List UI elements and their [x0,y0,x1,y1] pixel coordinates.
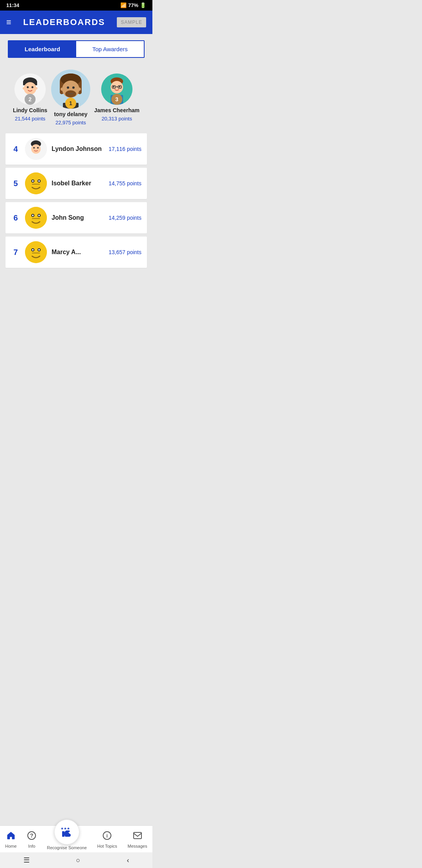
avatar-isobel [25,172,47,194]
svg-point-35 [25,172,47,194]
status-bar: 11:34 📶 77% 🔋 [0,0,152,11]
avatar-john [25,207,47,229]
avatar-wrap-2: 2 [14,74,46,105]
svg-point-51 [38,249,40,251]
status-time: 11:34 [6,2,19,8]
rank-badge-2: 2 [25,94,36,105]
battery-level: 77% [128,2,138,8]
app-header: ≡ LEADERBOARDS SAMPLE [0,11,152,34]
tabs: Leaderboard Top Awarders [8,40,145,58]
tab-top-awarders[interactable]: Top Awarders [76,41,144,57]
rank-7: 7 [11,248,20,257]
points-lyndon: 17,116 points [109,146,141,152]
svg-point-6 [23,87,25,90]
svg-point-5 [32,86,34,88]
svg-point-17 [61,88,64,91]
rank-6: 6 [11,213,20,222]
podium-name-1: tony delaney [54,111,88,117]
name-john: John Song [52,214,104,221]
svg-point-14 [67,86,69,89]
podium-first: 1 tony delaney 22,975 points [51,70,90,126]
podium-points-3: 20,313 points [102,116,132,122]
rank-badge-1: 1 [65,98,76,109]
podium-name-3: James Cheerham [94,107,139,113]
podium-points-1: 22,975 points [55,120,86,126]
svg-point-39 [38,180,40,182]
avatar-marcy [25,241,47,263]
svg-point-50 [32,249,34,251]
list-item[interactable]: 5 Isobel Barker 14,755 points [5,168,147,199]
avatar-wrap-1: 1 [51,70,90,109]
name-lyndon: Lyndon Johnson [52,145,104,152]
list-item[interactable]: 7 Marcy A... 13,657 points [5,237,147,268]
svg-point-34 [37,147,39,149]
sample-badge: SAMPLE [117,17,146,27]
points-marcy: 13,657 points [109,249,141,255]
svg-point-4 [27,86,29,88]
wifi-icon: 📶 [120,2,127,8]
main-content: Leaderboard Top Awarders [0,34,152,311]
svg-point-45 [38,215,40,216]
svg-point-22 [111,81,123,93]
svg-point-15 [72,86,75,89]
svg-point-7 [35,87,38,90]
points-isobel: 14,755 points [109,180,141,187]
name-marcy: Marcy A... [52,249,104,256]
battery-icon: 🔋 [140,2,146,8]
svg-point-26 [113,86,114,88]
svg-point-27 [119,86,120,88]
svg-point-47 [25,241,47,263]
svg-point-18 [78,88,81,91]
svg-point-41 [25,207,47,229]
menu-button[interactable]: ≡ [6,17,11,27]
status-right: 📶 77% 🔋 [120,2,146,8]
tabs-container: Leaderboard Top Awarders [0,34,152,62]
svg-point-3 [24,82,36,95]
page-title: LEADERBOARDS [23,17,105,27]
tab-leaderboard[interactable]: Leaderboard [9,41,76,57]
leaderboard-list: 4 Lyndon Johnson 17,116 points 5 [0,129,152,272]
svg-point-44 [32,215,34,216]
podium-points-2: 21,544 points [15,116,45,122]
rank-5: 5 [11,179,20,188]
svg-point-38 [32,180,34,182]
svg-point-33 [33,147,35,149]
points-john: 14,259 points [109,215,141,221]
rank-badge-3: 3 [111,94,122,105]
avatar-lyndon [25,138,47,160]
svg-point-32 [31,144,41,154]
name-isobel: Isobel Barker [52,180,104,187]
list-item[interactable]: 6 John Song 14,259 points [5,202,147,233]
podium: 2 Lindy Collins 21,544 points [0,62,152,129]
podium-second: 2 Lindy Collins 21,544 points [13,74,47,122]
podium-name-2: Lindy Collins [13,107,47,113]
podium-third: 3 James Cheerham 20,313 points [94,74,139,122]
avatar-wrap-3: 3 [101,74,132,105]
rank-4: 4 [11,145,20,154]
list-item[interactable]: 4 Lyndon Johnson 17,116 points [5,133,147,165]
